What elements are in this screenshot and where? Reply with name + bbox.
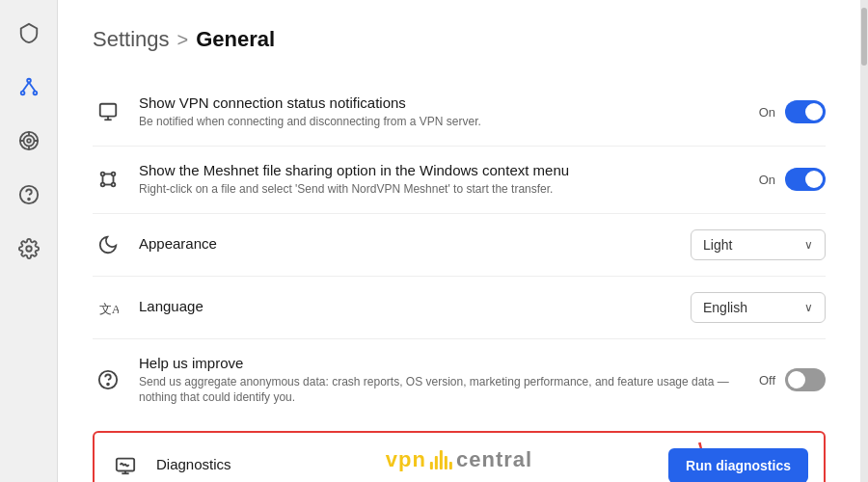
sidebar-item-shield[interactable]	[12, 15, 46, 50]
diagnostics-text: Diagnostics	[156, 456, 653, 475]
appearance-control[interactable]: Light∨	[691, 229, 826, 260]
sidebar-item-nodes[interactable]	[12, 69, 46, 104]
diagnostics-title: Diagnostics	[156, 456, 653, 472]
language-dropdown[interactable]: English∨	[691, 292, 826, 323]
svg-text:文A: 文A	[99, 302, 119, 315]
svg-point-14	[101, 173, 105, 176]
svg-point-9	[28, 199, 30, 201]
meshnet-context-toggle-thumb	[805, 171, 823, 188]
svg-point-24	[107, 384, 109, 386]
meshnet-context-control[interactable]: On	[759, 168, 826, 191]
breadcrumb-separator: >	[177, 29, 189, 51]
sidebar-item-support[interactable]	[12, 177, 46, 212]
vpn-notification-toggle-label: On	[759, 105, 775, 120]
vpn-notification-toggle[interactable]	[785, 100, 826, 123]
language-dropdown-arrow: ∨	[804, 301, 813, 314]
vpn-notification-toggle-track	[785, 100, 826, 123]
help-improve-text: Help us improveSend us aggregate anonymo…	[139, 355, 744, 407]
run-diagnostics-button[interactable]: Run diagnostics	[668, 448, 808, 482]
appearance-dropdown-value: Light	[703, 237, 732, 253]
appearance-title: Appearance	[139, 235, 675, 252]
help-improve-control[interactable]: Off	[759, 368, 826, 391]
svg-point-16	[101, 183, 105, 187]
svg-point-0	[27, 79, 31, 83]
breadcrumb-current: General	[196, 27, 275, 52]
meshnet-context-toggle[interactable]	[785, 168, 826, 191]
svg-point-1	[20, 92, 24, 95]
sidebar-item-settings[interactable]	[12, 231, 46, 266]
svg-rect-11	[100, 104, 117, 117]
meshnet-context-text: Show the Meshnet file sharing option in …	[139, 162, 744, 198]
svg-point-15	[112, 173, 116, 176]
appearance-text: Appearance	[139, 235, 675, 254]
language-control[interactable]: English∨	[691, 292, 826, 323]
help-improve-toggle-label: Off	[759, 373, 775, 388]
vpn-notification-control[interactable]: On	[759, 100, 826, 123]
diagnostics-row: Diagnostics ➘ Run diagnostics	[93, 431, 826, 482]
vpn-notification-title: Show VPN connection status notifications	[139, 94, 744, 111]
language-title: Language	[139, 298, 675, 314]
language-text: Language	[139, 298, 675, 317]
setting-row-meshnet-context: Show the Meshnet file sharing option in …	[93, 147, 826, 214]
help-improve-icon	[93, 364, 123, 395]
settings-list: Show VPN connection status notifications…	[93, 79, 826, 421]
diagnostics-icon	[110, 450, 141, 481]
setting-row-vpn-notification: Show VPN connection status notifications…	[93, 79, 826, 147]
svg-line-32	[127, 465, 129, 467]
help-improve-toggle-track	[785, 368, 826, 391]
meshnet-context-toggle-label: On	[759, 173, 775, 187]
vpn-notification-toggle-thumb	[805, 103, 823, 120]
breadcrumb: Settings > General	[93, 27, 826, 52]
help-improve-toggle-thumb	[788, 371, 805, 388]
language-dropdown-value: English	[703, 300, 747, 315]
svg-point-17	[112, 183, 116, 187]
setting-row-language: 文ALanguageEnglish∨	[93, 277, 826, 339]
appearance-dropdown-arrow: ∨	[804, 238, 813, 252]
sidebar-item-target[interactable]	[12, 123, 46, 158]
breadcrumb-parent: Settings	[93, 27, 170, 52]
appearance-icon	[93, 229, 123, 260]
setting-row-help-improve: Help us improveSend us aggregate anonymo…	[93, 339, 826, 422]
scrollbar-thumb[interactable]	[861, 8, 867, 66]
svg-point-2	[33, 92, 37, 95]
help-improve-title: Help us improve	[139, 355, 744, 371]
meshnet-context-icon	[93, 164, 123, 195]
vpn-notification-icon	[93, 96, 123, 127]
vpn-notification-desc: Be notified when connecting and disconne…	[139, 114, 744, 130]
vpn-notification-text: Show VPN connection status notifications…	[139, 94, 744, 130]
svg-point-6	[23, 136, 34, 147]
appearance-dropdown[interactable]: Light∨	[691, 229, 826, 260]
meshnet-context-toggle-track	[785, 168, 826, 191]
help-improve-desc: Send us aggregate anonymous data: crash …	[139, 374, 744, 407]
svg-point-7	[27, 139, 31, 143]
svg-point-10	[26, 246, 32, 252]
svg-line-3	[22, 82, 28, 91]
setting-row-appearance: AppearanceLight∨	[93, 214, 826, 277]
main-content: Settings > General Show VPN connection s…	[58, 0, 860, 482]
scrollbar[interactable]	[860, 0, 868, 482]
meshnet-context-title: Show the Meshnet file sharing option in …	[139, 162, 744, 178]
language-icon: 文A	[93, 292, 123, 323]
sidebar	[0, 0, 58, 482]
svg-line-4	[29, 82, 35, 91]
meshnet-context-desc: Right-click on a file and select 'Send w…	[139, 181, 744, 198]
help-improve-toggle[interactable]	[785, 368, 826, 391]
